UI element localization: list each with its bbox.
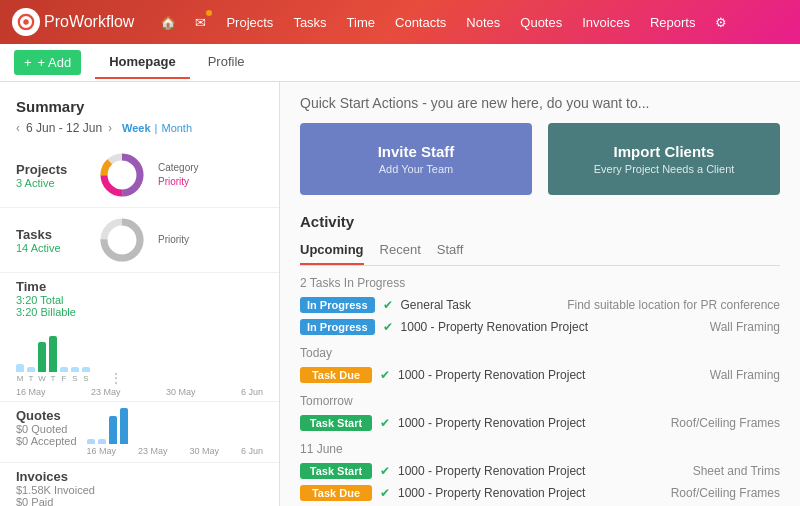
invoices-title: Invoices (16, 469, 95, 484)
activity-row-1-0: Task Due ✔ 1000 - Property Renovation Pr… (300, 364, 780, 386)
activity-group-today: Today (300, 346, 780, 360)
invoices-invoiced: $1.58K Invoiced (16, 484, 95, 496)
bar-m (16, 364, 24, 372)
activity-group-tomorrow: Tomorrow (300, 394, 780, 408)
invoices-summary: Invoices $1.58K Invoiced $0 Paid (0, 463, 279, 506)
month-toggle[interactable]: | (155, 122, 158, 134)
nav-time[interactable]: Time (339, 11, 383, 34)
projects-value: 3 Active (16, 177, 86, 189)
quotes-bar-chart (87, 408, 263, 444)
activity-row-3-0: Task Start ✔ 1000 - Property Renovation … (300, 460, 780, 482)
quotes-summary: Quotes $0 Quoted $0 Accepted 16 May 23 M… (0, 402, 279, 463)
tasks-value: 14 Active (16, 242, 86, 254)
time-summary: Time 3:20 Total 3:20 Billable (0, 273, 279, 402)
projects-title: Projects (16, 162, 86, 177)
quick-start-heading: Quick Start Actions - you are new here, … (300, 94, 780, 111)
date-prev-arrow[interactable]: ‹ (16, 121, 20, 135)
badge-in-progress-1: In Progress (300, 319, 375, 335)
subtab-bar: + + Add Homepage Profile (0, 44, 800, 82)
badge-task-start-0: Task Start (300, 415, 372, 431)
check-icon-1: ✔ (383, 320, 393, 334)
tasks-summary: Tasks 14 Active Priority (0, 208, 279, 273)
activity-row-0-0: In Progress ✔ General Task Find suitable… (300, 294, 780, 316)
home-icon[interactable]: 🏠 (154, 8, 182, 36)
check-icon-2: ✔ (380, 368, 390, 382)
invoices-paid: $0 Paid (16, 496, 95, 506)
tasks-legend-priority: Priority (158, 233, 189, 247)
time-bar-chart (16, 322, 90, 372)
add-button[interactable]: + + Add (14, 50, 81, 75)
date-next-arrow[interactable]: › (108, 121, 112, 135)
invite-staff-button[interactable]: Invite Staff Add Your Team (300, 123, 532, 195)
check-icon-3: ✔ (380, 416, 390, 430)
time-date-labels: 16 May 23 May 30 May 6 Jun (16, 387, 263, 397)
import-clients-title: Import Clients (614, 143, 715, 160)
bar-s2 (82, 367, 90, 372)
svg-point-1 (23, 19, 28, 24)
projects-legend: Category Priority (158, 161, 199, 189)
notifications-icon[interactable]: ✉ (186, 8, 214, 36)
projects-summary: Projects 3 Active Category Priority (0, 143, 279, 208)
projects-legend-category: Category (158, 161, 199, 175)
brand-logo-area[interactable]: ProWorkflow (12, 8, 134, 36)
check-icon-0: ✔ (383, 298, 393, 312)
nav-invoices[interactable]: Invoices (574, 11, 638, 34)
invite-staff-title: Invite Staff (378, 143, 455, 160)
bar-s (71, 367, 79, 372)
top-navigation: ProWorkflow 🏠 ✉ Projects Tasks Time Cont… (0, 0, 800, 44)
main-content: Summary ‹ 6 Jun - 12 Jun › Week | Month … (0, 82, 800, 506)
notification-dot (206, 10, 212, 16)
import-clients-subtitle: Every Project Needs a Client (594, 163, 735, 175)
bar-t2 (49, 336, 57, 372)
activity-note-0-0: Find suitable location for PR conference (567, 298, 780, 312)
bar-f (60, 367, 68, 372)
activity-task-2-0: 1000 - Property Renovation Project (398, 416, 592, 430)
activity-task-0-1: 1000 - Property Renovation Project (401, 320, 592, 334)
date-range-label: 6 Jun - 12 Jun (26, 121, 102, 135)
nav-reports[interactable]: Reports (642, 11, 704, 34)
activity-note-2-0: Roof/Ceiling Frames (600, 416, 780, 430)
activity-task-0-0: General Task (401, 298, 560, 312)
import-clients-button[interactable]: Import Clients Every Project Needs a Cli… (548, 123, 780, 195)
settings-icon[interactable]: ⚙ (707, 8, 735, 36)
month-toggle-label[interactable]: Month (161, 122, 192, 134)
tab-upcoming[interactable]: Upcoming (300, 238, 364, 265)
invite-staff-subtitle: Add Your Team (379, 163, 453, 175)
activity-heading: Activity (300, 213, 780, 230)
time-values: 3:20 Total 3:20 Billable (16, 294, 263, 318)
quotes-date-labels: 16 May 23 May 30 May 6 Jun (87, 446, 263, 456)
nav-contacts[interactable]: Contacts (387, 11, 454, 34)
nav-notes[interactable]: Notes (458, 11, 508, 34)
nav-tasks[interactable]: Tasks (285, 11, 334, 34)
tab-staff[interactable]: Staff (437, 238, 464, 265)
activity-note-1-0: Wall Framing (600, 368, 780, 382)
badge-task-due-0: Task Due (300, 367, 372, 383)
summary-heading: Summary (0, 92, 279, 119)
projects-legend-priority: Priority (158, 175, 199, 189)
time-day-labels: M T W T F S S (16, 374, 90, 383)
time-title: Time (16, 279, 263, 294)
tasks-donut-chart (96, 214, 148, 266)
activity-task-1-0: 1000 - Property Renovation Project (398, 368, 592, 382)
bar-t (27, 367, 35, 372)
check-icon-4: ✔ (380, 464, 390, 478)
badge-task-start-1: Task Start (300, 463, 372, 479)
time-chart-scrollbar[interactable]: ⋮ (110, 371, 122, 385)
tab-profile[interactable]: Profile (194, 46, 259, 79)
add-plus-icon: + (24, 55, 32, 70)
week-toggle[interactable]: Week (122, 122, 151, 134)
activity-group-11june: 11 June (300, 442, 780, 456)
tab-homepage[interactable]: Homepage (95, 46, 189, 79)
badge-in-progress-0: In Progress (300, 297, 375, 313)
projects-donut-chart (96, 149, 148, 201)
tasks-legend: Priority (158, 233, 189, 247)
activity-task-3-0: 1000 - Property Renovation Project (398, 464, 592, 478)
tab-recent[interactable]: Recent (380, 238, 421, 265)
tasks-title: Tasks (16, 227, 86, 242)
nav-quotes[interactable]: Quotes (512, 11, 570, 34)
quotes-accepted: $0 Accepted (16, 435, 77, 447)
nav-projects[interactable]: Projects (218, 11, 281, 34)
activity-tabs: Upcoming Recent Staff (300, 238, 780, 266)
activity-note-3-1: Roof/Ceiling Frames (600, 486, 780, 500)
quick-start-subtitle: - you are new here, do you want to... (418, 95, 649, 111)
